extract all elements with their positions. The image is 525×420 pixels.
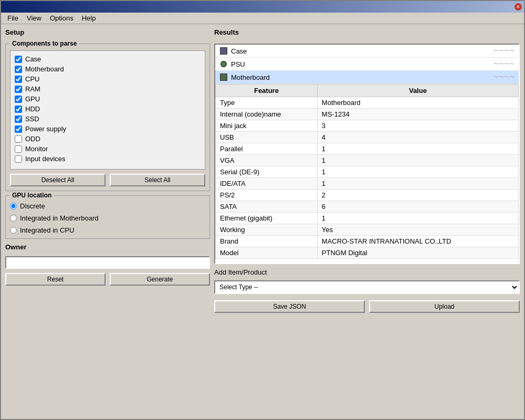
menu-help[interactable]: Help bbox=[78, 13, 100, 23]
cell-value-6: 1 bbox=[317, 166, 518, 178]
add-item-label: Add Item/Product bbox=[214, 268, 267, 276]
cell-feature-1: Internal (code)name bbox=[216, 109, 318, 120]
add-item-row: Add Item/Product bbox=[214, 268, 520, 276]
table-row: WorkingYes bbox=[216, 224, 519, 236]
components-list: CaseMotherboardCPURAMGPUHDDSSDPower supp… bbox=[10, 50, 205, 170]
right-panel: Results Case 〜〜〜〜 PSU 〜〜〜〜 bbox=[214, 28, 520, 415]
checkbox-label-ssd[interactable]: SSD bbox=[25, 115, 39, 123]
checkbox-label-case[interactable]: Case bbox=[25, 55, 41, 63]
main-content: Setup Components to parse CaseMotherboar… bbox=[1, 24, 524, 419]
checkbox-monitor[interactable] bbox=[15, 145, 22, 153]
psu-label: PSU bbox=[231, 60, 245, 68]
gpu-radio-group: DiscreteIntegrated in MotherboardIntegra… bbox=[10, 202, 205, 234]
table-row: Parallel1 bbox=[216, 143, 519, 155]
menu-file[interactable]: File bbox=[3, 13, 23, 23]
cell-feature-13: Model bbox=[216, 247, 318, 259]
table-row: VGA1 bbox=[216, 155, 519, 166]
reset-button[interactable]: Reset bbox=[5, 273, 106, 286]
radio-item-integrated_mb: Integrated in Motherboard bbox=[10, 214, 205, 222]
checkbox-label-power_supply[interactable]: Power supply bbox=[25, 125, 66, 133]
menu-bar: File View Options Help bbox=[1, 13, 524, 24]
cell-value-7: 1 bbox=[317, 178, 518, 190]
result-motherboard[interactable]: Motherboard 〜〜〜〜 bbox=[215, 71, 519, 84]
left-panel: Setup Components to parse CaseMotherboar… bbox=[5, 28, 210, 415]
checkbox-item-gpu: GPU bbox=[15, 95, 201, 103]
radio-integrated_cpu[interactable] bbox=[10, 227, 17, 234]
cell-feature-12: Brand bbox=[216, 236, 318, 247]
checkbox-case[interactable] bbox=[15, 56, 22, 63]
owner-section: Owner Reset Generate bbox=[5, 243, 210, 286]
checkbox-label-input_devices[interactable]: Input devices bbox=[25, 155, 66, 163]
type-select[interactable]: Select Type -- bbox=[214, 280, 520, 294]
col-value: Value bbox=[317, 85, 518, 97]
table-row: SATA6 bbox=[216, 201, 519, 213]
radio-integrated_mb[interactable] bbox=[10, 215, 17, 222]
radio-item-discrete: Discrete bbox=[10, 202, 205, 210]
checkbox-ssd[interactable] bbox=[15, 116, 22, 123]
checkbox-item-odd: ODD bbox=[15, 135, 201, 143]
checkbox-label-ram[interactable]: RAM bbox=[25, 85, 40, 93]
upload-button[interactable]: Upload bbox=[369, 300, 520, 313]
deselect-all-button[interactable]: Deselect All bbox=[10, 174, 106, 186]
cell-value-13: PTNGM Digital bbox=[317, 247, 518, 259]
table-row: Serial (DE-9)1 bbox=[216, 166, 519, 178]
checkbox-ram[interactable] bbox=[15, 86, 22, 93]
checkbox-label-gpu[interactable]: GPU bbox=[25, 95, 40, 103]
checkbox-gpu[interactable] bbox=[15, 96, 22, 103]
setup-header: Setup bbox=[5, 28, 210, 36]
menu-options[interactable]: Options bbox=[46, 13, 78, 23]
cell-value-12: MACRO-STAR INTRANATIONAL CO.,LTD bbox=[317, 236, 518, 247]
radio-item-integrated_cpu: Integrated in CPU bbox=[10, 226, 205, 234]
table-row: USB4 bbox=[216, 132, 519, 143]
checkbox-item-power_supply: Power supply bbox=[15, 125, 201, 133]
table-row: Internal (code)nameMS-1234 bbox=[216, 109, 519, 120]
cell-value-0: Motherboard bbox=[317, 97, 518, 109]
cell-feature-5: VGA bbox=[216, 155, 318, 166]
owner-input[interactable] bbox=[5, 256, 210, 269]
save-json-button[interactable]: Save JSON bbox=[214, 300, 365, 313]
checkbox-label-monitor[interactable]: Monitor bbox=[25, 145, 48, 153]
table-row: Mini jack3 bbox=[216, 120, 519, 132]
result-case[interactable]: Case 〜〜〜〜 bbox=[215, 45, 519, 58]
checkbox-cpu[interactable] bbox=[15, 76, 22, 83]
table-row: PS/22 bbox=[216, 190, 519, 201]
cell-feature-4: Parallel bbox=[216, 143, 318, 155]
motherboard-icon bbox=[219, 73, 228, 81]
checkbox-motherboard[interactable] bbox=[15, 66, 22, 73]
result-psu[interactable]: PSU 〜〜〜〜 bbox=[215, 58, 519, 71]
radio-label-integrated_mb[interactable]: Integrated in Motherboard bbox=[20, 214, 99, 222]
cell-value-8: 2 bbox=[317, 190, 518, 201]
results-scroll[interactable]: Case 〜〜〜〜 PSU 〜〜〜〜 Motherboard 〜〜〜〜 bbox=[214, 44, 520, 264]
owner-label: Owner bbox=[5, 243, 210, 251]
table-row: Ethernet (gigabit)1 bbox=[216, 213, 519, 224]
checkbox-odd[interactable] bbox=[15, 135, 22, 143]
radio-label-discrete[interactable]: Discrete bbox=[20, 202, 45, 210]
checkbox-item-case: Case bbox=[15, 55, 201, 63]
menu-view[interactable]: View bbox=[23, 13, 46, 23]
cell-value-10: 1 bbox=[317, 213, 518, 224]
results-table: Feature Value TypeMotherboardInternal (c… bbox=[215, 84, 519, 259]
radio-discrete[interactable] bbox=[10, 203, 17, 209]
checkbox-label-odd[interactable]: ODD bbox=[25, 135, 40, 143]
cell-value-1: MS-1234 bbox=[317, 109, 518, 120]
col-feature: Feature bbox=[216, 85, 318, 97]
close-button[interactable]: ✕ bbox=[514, 3, 522, 10]
checkbox-hdd[interactable] bbox=[15, 106, 22, 113]
type-select-row: Select Type -- bbox=[214, 280, 520, 294]
cell-feature-3: USB bbox=[216, 132, 318, 143]
checkbox-label-motherboard[interactable]: Motherboard bbox=[25, 65, 64, 73]
checkbox-label-hdd[interactable]: HDD bbox=[25, 105, 40, 113]
checkbox-input_devices[interactable] bbox=[15, 155, 22, 163]
radio-label-integrated_cpu[interactable]: Integrated in CPU bbox=[20, 226, 74, 234]
checkbox-item-hdd: HDD bbox=[15, 105, 201, 113]
cell-feature-8: PS/2 bbox=[216, 190, 318, 201]
checkbox-item-ram: RAM bbox=[15, 85, 201, 93]
cell-feature-7: IDE/ATA bbox=[216, 178, 318, 190]
case-label: Case bbox=[231, 47, 247, 55]
components-groupbox: Components to parse CaseMotherboardCPURA… bbox=[5, 44, 210, 191]
checkbox-power_supply[interactable] bbox=[15, 125, 22, 133]
select-all-button[interactable]: Select All bbox=[110, 174, 205, 186]
checkbox-item-ssd: SSD bbox=[15, 115, 201, 123]
generate-button[interactable]: Generate bbox=[110, 273, 210, 286]
checkbox-label-cpu[interactable]: CPU bbox=[25, 75, 39, 83]
